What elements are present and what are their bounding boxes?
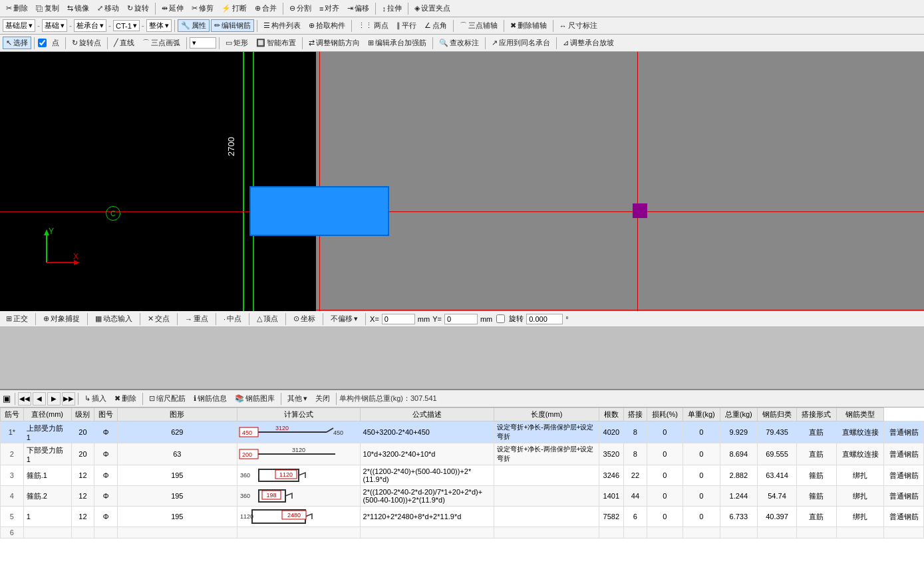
table-row[interactable]: 5112Φ195112024802*1120+2*2480+8*d+2*11.9… — [1, 507, 924, 527]
dim-icon: ↔ — [559, 22, 567, 30]
pile-cap-dropdown[interactable]: 桩承台▾ — [74, 19, 106, 32]
cell-length — [599, 527, 624, 538]
edit-rebar-button[interactable]: ✏编辑钢筋 — [211, 19, 254, 32]
rotate-point-button[interactable]: ↻旋转点 — [69, 37, 104, 49]
cell-row-id: 6 — [1, 527, 24, 538]
nav-first-button[interactable]: ◀◀ — [18, 392, 31, 406]
foundation-layer-dropdown[interactable]: 基础层▾ — [3, 19, 35, 32]
break-button[interactable]: ⚡打断 — [218, 2, 250, 15]
rotate-button[interactable]: ↻旋转 — [124, 2, 152, 15]
three-point-arc-button[interactable]: ⌒三点辅轴 — [456, 19, 501, 32]
two-points-button[interactable]: ⋮⋮两点 — [355, 19, 392, 32]
chevron-down-icon: ▾ — [133, 21, 137, 30]
smart-layout-button[interactable]: 🔲智能布置 — [253, 37, 299, 49]
cell-joint-type: 绑扎 — [836, 465, 884, 486]
point-checkbox[interactable] — [38, 39, 47, 47]
member-list-button[interactable]: ☰构件列表 — [260, 19, 304, 32]
select-button[interactable]: ↖选择 — [3, 37, 31, 49]
copy-button[interactable]: ⿻复制 — [33, 2, 63, 15]
dynamic-input-button[interactable]: ▦动态输入 — [92, 312, 136, 325]
cell-formula: 2*((1200-2*40)+(500-40-100))+2*(11.9*d) — [360, 465, 494, 486]
rebar-insert-button[interactable]: ↳插入 — [81, 392, 110, 405]
cell-unit-weight: 1.244 — [720, 486, 757, 507]
move-button[interactable]: ⤢移动 — [94, 2, 122, 15]
point-button[interactable]: 点 — [49, 37, 63, 49]
table-row[interactable]: 1*上部受力筋 120Φ6294503120450450+3200-2*40+4… — [1, 421, 924, 443]
toolbar-row-2: 基础层▾ - 基础▾ - 桩承台▾ - CT-1▾ - 整体▾ 🔧属性 ✏编辑钢… — [0, 17, 924, 35]
angle-point-button[interactable]: ∠点角 — [421, 19, 450, 32]
intersection-button[interactable]: ✕交点 — [144, 312, 173, 325]
cell-length: 1401 — [599, 486, 624, 507]
weight-icon: → — [185, 315, 192, 323]
shift-button[interactable]: ⇥偏移 — [344, 2, 373, 15]
delete-button[interactable]: ✂删除 — [3, 2, 31, 15]
mirror-button[interactable]: ⇆镜像 — [64, 2, 92, 15]
ortho-button[interactable]: ⊞正交 — [3, 312, 31, 325]
rebar-info-button[interactable]: ℹ钢筋信息 — [190, 392, 230, 405]
property-button[interactable]: 🔧属性 — [178, 19, 210, 32]
split-button[interactable]: ⊖分割 — [286, 2, 315, 15]
line-button[interactable]: ╱直线 — [110, 37, 138, 49]
merge-button[interactable]: ⊕合并 — [251, 2, 280, 15]
svg-text:3120: 3120 — [292, 447, 305, 453]
check-mark-button[interactable]: 🔍查改标注 — [436, 37, 482, 49]
canvas-area[interactable]: 2700 200 C 2 1 Y X — [0, 52, 924, 311]
rect-button[interactable]: ▭矩形 — [222, 37, 251, 49]
slope-icon: ⊿ — [563, 39, 569, 47]
vertex-icon: ◈ — [414, 4, 420, 13]
close-button[interactable]: 关闭 — [312, 392, 333, 405]
three-arc-button[interactable]: ⌒三点画弧 — [139, 37, 184, 49]
no-shift-button[interactable]: 不偏移▾ — [327, 312, 361, 325]
toppoint-button[interactable]: △顶点 — [253, 312, 281, 325]
dropdown-bar[interactable]: ▾ — [190, 37, 216, 49]
coord-button[interactable]: ⊙坐标 — [290, 312, 319, 325]
table-row[interactable]: 4箍筋.212Φ1953601982*((1200-2*40-2*d-20)/7… — [1, 486, 924, 507]
parallel-button[interactable]: ∥平行 — [393, 19, 420, 32]
svg-text:450: 450 — [333, 429, 343, 436]
dim-mark-button[interactable]: ↔尺寸标注 — [556, 19, 601, 32]
rotate-checkbox[interactable] — [496, 314, 505, 323]
align-button[interactable]: ≡对齐 — [316, 2, 343, 15]
rebar-table-container[interactable]: 筋号 直径(mm) 级别 图号 图形 计算公式 公式描述 长度(mm) 根数 搭… — [0, 408, 924, 585]
y-coord-input[interactable] — [444, 314, 478, 324]
arc2-icon: ⌒ — [142, 38, 150, 48]
cell-count: 22 — [624, 465, 647, 486]
sep13 — [107, 37, 108, 49]
red-line-v1 — [319, 52, 320, 311]
midpoint-button[interactable]: ·中点 — [220, 312, 245, 325]
delete-aux-button[interactable]: ✖删除辅轴 — [507, 19, 550, 32]
merge-icon: ⊕ — [255, 4, 261, 13]
table-row[interactable]: 2下部受力筋 120Φ63200312010*d+3200-2*40+10*d设… — [1, 443, 924, 465]
sep21 — [87, 313, 88, 325]
table-row[interactable]: 6 — [1, 527, 924, 538]
cell-formula: 2*1120+2*2480+8*d+2*11.9*d — [360, 507, 494, 527]
cap-reinf-icon: ⊞ — [368, 39, 374, 47]
col-header-row-num: 筋号 — [1, 408, 24, 421]
nav-last-button[interactable]: ▶▶ — [62, 392, 75, 406]
rebar-lib-button[interactable]: 📚钢筋图库 — [231, 392, 278, 405]
pick-member-button[interactable]: ⊕拾取构件 — [305, 19, 349, 32]
table-row[interactable]: 3箍筋.112Φ19536011202*((1200-2*40)+(500-40… — [1, 465, 924, 486]
adjust-rebar-dir-button[interactable]: ⇄调整钢筋方向 — [305, 37, 363, 49]
snap-button[interactable]: ⊕对象捕捉 — [40, 312, 83, 325]
extend-button[interactable]: ⇹延伸 — [158, 2, 187, 15]
stretch-button[interactable]: ↕拉伸 — [379, 2, 405, 15]
rebar-delete-button[interactable]: ✖删除 — [111, 392, 140, 405]
edit-cap-reinf-button[interactable]: ⊞编辑承台加强筋 — [365, 37, 430, 49]
nav-prev-button[interactable]: ◀ — [33, 392, 46, 406]
trim-button[interactable]: ✂修剪 — [188, 2, 217, 15]
cell-row-id: 2 — [1, 443, 24, 465]
set-vertex-button[interactable]: ◈设置夹点 — [411, 2, 454, 15]
x-coord-input[interactable] — [382, 314, 415, 324]
whole-dropdown[interactable]: 整体▾ — [146, 19, 172, 32]
apply-same-cap-button[interactable]: ↗应用到同名承台 — [488, 37, 553, 49]
foundation-dropdown[interactable]: 基础▾ — [42, 19, 67, 32]
rotate-input[interactable] — [526, 314, 563, 324]
panel-icon[interactable]: ▣ — [3, 394, 11, 404]
ct1-dropdown[interactable]: CT-1▾ — [113, 20, 140, 31]
nav-next-button[interactable]: ▶ — [47, 392, 61, 406]
weight-point-button[interactable]: →重点 — [182, 312, 212, 325]
adjust-cap-slope-button[interactable]: ⊿调整承台放坡 — [559, 37, 617, 49]
other-button[interactable]: 其他▾ — [284, 392, 311, 405]
scale-rebar-button[interactable]: ⊡缩尺配筋 — [146, 392, 189, 405]
